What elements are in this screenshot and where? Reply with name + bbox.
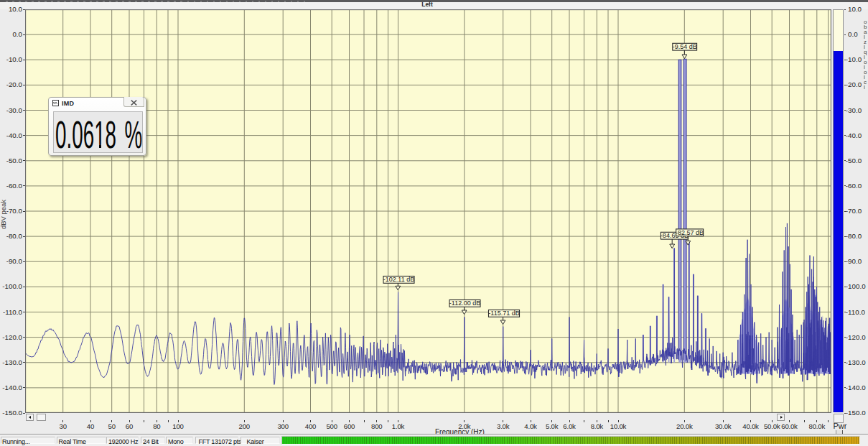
svg-text:-115.71 dB: -115.71 dB [488, 310, 519, 317]
svg-text:-82.57 dB: -82.57 dB [676, 229, 704, 236]
svg-text:-9.54 dB: -9.54 dB [673, 43, 697, 50]
svg-text:-112.00 dB: -112.00 dB [449, 299, 480, 307]
svg-text:-102.11 dB: -102.11 dB [383, 276, 414, 283]
